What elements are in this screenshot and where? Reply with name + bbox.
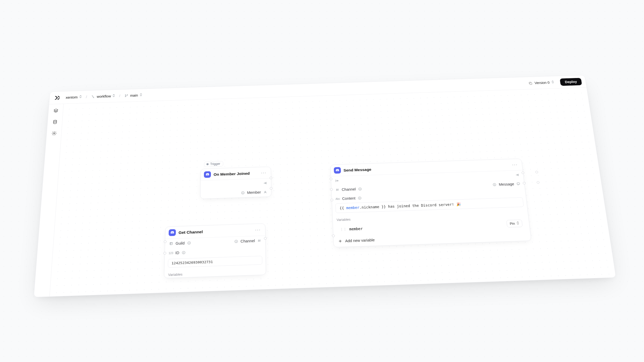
- input-content-label: Content: [342, 196, 356, 201]
- canvas-port[interactable]: [535, 171, 538, 173]
- trigger-dot-icon: [206, 163, 208, 165]
- content-rest: .nickname }} has joined the Discord serv…: [359, 202, 461, 210]
- svg-rect-17: [517, 183, 519, 184]
- branch-icon: [124, 94, 129, 97]
- node-more-button[interactable]: ···: [260, 169, 268, 176]
- node-tag-trigger: Trigger: [204, 161, 223, 167]
- input-guild-label: Guild: [175, 241, 185, 246]
- crumb-separator: /: [119, 94, 120, 98]
- svg-rect-6: [530, 83, 532, 84]
- crumb-separator: /: [86, 95, 87, 99]
- flow-in-icon: [335, 179, 339, 183]
- output-member-row: Member: [200, 187, 271, 199]
- crumb-workflow[interactable]: workflow: [89, 93, 117, 100]
- info-icon[interactable]: [187, 241, 191, 245]
- app-window: xentom / workflow /: [34, 75, 616, 297]
- trigger-tag-label: Trigger: [210, 162, 220, 166]
- port-flow-out[interactable]: [270, 177, 272, 179]
- deploy-button[interactable]: Deploy: [560, 78, 582, 86]
- info-icon[interactable]: [241, 191, 245, 195]
- node-get-channel[interactable]: Get Channel ··· Guild: [164, 223, 266, 278]
- member-type-icon: [263, 190, 267, 194]
- chevron-updown-icon: [79, 95, 82, 99]
- pin-label: Pin: [510, 221, 515, 226]
- guild-type-icon: [169, 241, 173, 246]
- node-more-button[interactable]: ···: [254, 226, 262, 233]
- node-send-message[interactable]: Send Message ···: [330, 158, 532, 247]
- breadcrumb: xentom / workflow /: [64, 92, 144, 101]
- discord-icon: [169, 229, 176, 236]
- node-title-label: On Member Joined: [214, 171, 257, 176]
- chevron-updown-icon: [140, 93, 142, 97]
- variable-name: member: [349, 227, 363, 231]
- node-title-label: Get Channel: [178, 228, 251, 235]
- svg-point-2: [125, 94, 126, 95]
- port-member-out[interactable]: [270, 187, 272, 190]
- workflow-canvas[interactable]: Trigger On Member Joined ···: [50, 88, 616, 297]
- chevron-updown-icon: [112, 94, 115, 98]
- plus-icon: [338, 239, 342, 243]
- edges-layer: [61, 101, 142, 139]
- info-icon[interactable]: [181, 250, 186, 255]
- svg-point-8: [53, 133, 55, 134]
- info-icon[interactable]: [492, 183, 497, 187]
- input-id-label: ID: [175, 251, 179, 255]
- version-icon: [528, 81, 533, 85]
- canvas-port[interactable]: [537, 181, 540, 184]
- rail-database-button[interactable]: [51, 119, 59, 125]
- drag-handle-icon[interactable]: ⋮⋮: [340, 227, 347, 231]
- message-type-icon: [516, 182, 521, 186]
- node-more-button[interactable]: ···: [511, 161, 519, 168]
- chevron-updown-icon: [551, 80, 555, 84]
- add-variable-label: Add new variable: [345, 238, 375, 243]
- version-selector[interactable]: Version 0: [525, 79, 557, 86]
- flow-out-icon: [263, 181, 267, 185]
- output-member-label: Member: [247, 190, 261, 195]
- crumb-branch-label: main: [130, 93, 138, 97]
- id-value-field[interactable]: 1242523426930032731: [168, 256, 262, 268]
- variables-section-label: Variables: [164, 268, 266, 278]
- flow-out-icon: [515, 173, 520, 177]
- rail-layers-button[interactable]: [52, 107, 60, 114]
- crumb-workflow-label: workflow: [97, 94, 111, 98]
- text-type-icon: Abc: [336, 197, 340, 201]
- crumb-org[interactable]: xentom: [64, 94, 83, 101]
- svg-point-10: [265, 191, 266, 192]
- info-icon[interactable]: [234, 239, 238, 243]
- port-message-out[interactable]: [523, 182, 526, 184]
- node-on-member-joined[interactable]: Trigger On Member Joined ···: [200, 167, 272, 199]
- info-icon[interactable]: [357, 196, 362, 200]
- svg-point-3: [125, 96, 126, 97]
- info-icon[interactable]: [358, 187, 362, 191]
- content-token: member: [346, 205, 360, 210]
- svg-point-7: [53, 120, 57, 121]
- discord-icon: [334, 167, 341, 174]
- content-prefix: {{: [339, 206, 346, 210]
- svg-point-1: [93, 97, 94, 98]
- output-message-label: Message: [499, 182, 514, 187]
- output-channel-label: Channel: [240, 239, 255, 243]
- port-flow-out[interactable]: [521, 172, 524, 174]
- version-label: Version 0: [534, 81, 550, 85]
- svg-point-0: [92, 95, 92, 96]
- chevron-updown-icon: [516, 221, 519, 226]
- variable-pin-select[interactable]: Pin: [506, 220, 523, 228]
- number-type-icon: 123: [169, 251, 173, 255]
- input-channel-label: Channel: [342, 187, 356, 192]
- port-channel-out[interactable]: [264, 237, 267, 240]
- hash-icon: [257, 238, 262, 243]
- workflow-icon: [91, 95, 95, 98]
- crumb-org-label: xentom: [65, 95, 78, 99]
- node-title-label: Send Message: [343, 163, 509, 172]
- app-logo[interactable]: [53, 95, 61, 101]
- hash-icon: [335, 188, 340, 192]
- discord-icon: [204, 171, 211, 178]
- rail-settings-button[interactable]: [50, 130, 58, 137]
- svg-rect-11: [170, 242, 172, 245]
- svg-point-4: [127, 94, 128, 95]
- crumb-branch[interactable]: main: [123, 92, 144, 99]
